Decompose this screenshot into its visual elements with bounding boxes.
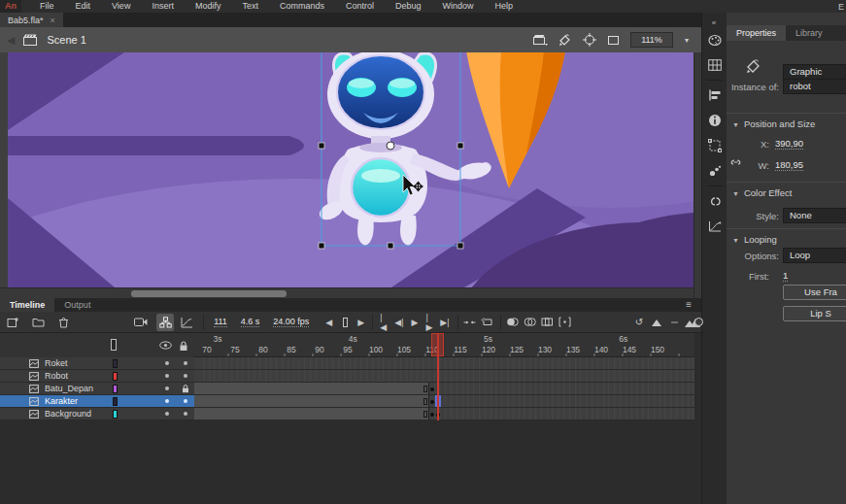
layer-unlock-dot[interactable] — [184, 374, 187, 378]
motion-editor-icon[interactable] — [702, 214, 728, 239]
layer-unlock-dot[interactable] — [184, 399, 187, 403]
playhead-center-icon[interactable] — [336, 314, 354, 331]
brush-library-icon[interactable] — [702, 158, 728, 184]
scene-name[interactable]: Scene 1 — [47, 34, 85, 46]
workspace-button[interactable]: E — [836, 2, 846, 12]
center-frame-icon[interactable] — [461, 314, 479, 331]
loop-playback-icon[interactable] — [479, 314, 496, 331]
layer-color-swatch[interactable] — [113, 410, 118, 419]
delete-layer-icon[interactable] — [54, 314, 72, 331]
step-back-icon[interactable]: ◀ — [321, 318, 336, 327]
tab-properties[interactable]: Properties — [727, 25, 786, 41]
menu-debug[interactable]: Debug — [385, 0, 432, 13]
align-icon[interactable] — [702, 83, 728, 108]
keyframe-dot[interactable] — [430, 400, 434, 404]
menu-control[interactable]: Control — [335, 0, 385, 13]
show-parenting-view-icon[interactable] — [156, 314, 174, 331]
layer-visible-dot[interactable] — [165, 412, 169, 416]
layer-visible-dot[interactable] — [165, 374, 169, 378]
stage-horizontal-scrollbar[interactable] — [0, 287, 694, 298]
menu-commands[interactable]: Commands — [269, 0, 335, 13]
layer-row-robot[interactable]: Robot — [0, 370, 194, 383]
show-layer-depth-icon[interactable] — [178, 314, 195, 331]
layer-visible-dot[interactable] — [165, 386, 169, 390]
layer-visible-dot[interactable] — [165, 361, 169, 365]
section-position-size[interactable]: ▼Position and Size — [732, 118, 815, 129]
tab-timeline[interactable]: Timeline — [0, 298, 54, 312]
swatches-icon[interactable] — [702, 52, 728, 78]
lock-all-layers-icon[interactable] — [179, 341, 188, 352]
lip-syncing-button[interactable]: Lip S — [783, 306, 846, 321]
style-dropdown[interactable]: None — [783, 208, 846, 223]
timeline-zoom-slider[interactable] — [671, 321, 678, 323]
clip-preview-icon[interactable] — [533, 33, 549, 47]
menu-file[interactable]: File — [29, 0, 65, 13]
instance-name-field[interactable]: robot — [783, 79, 846, 94]
transform-icon[interactable] — [702, 133, 728, 158]
slider-knob[interactable] — [694, 318, 703, 326]
zoom-out-frames-icon[interactable] — [648, 314, 665, 331]
first-frame-value[interactable]: 1 — [783, 270, 788, 282]
step-forward-icon[interactable]: ▶ — [354, 318, 368, 327]
stage-vertical-scrollbar[interactable] — [694, 52, 701, 298]
go-to-first-frame-icon[interactable]: |◀ — [376, 313, 390, 332]
menu-window[interactable]: Window — [432, 0, 485, 13]
layer-color-swatch[interactable] — [113, 372, 118, 381]
zoom-dropdown-chevron-icon[interactable]: ▾ — [682, 36, 692, 45]
new-layer-icon[interactable] — [4, 314, 21, 331]
current-frame-value[interactable]: 111 — [214, 317, 227, 327]
tab-output[interactable]: Output — [54, 298, 100, 312]
loop-dropdown[interactable]: Loop — [783, 248, 846, 263]
keyframe-dot[interactable] — [430, 413, 434, 417]
frames-track-batu_depan[interactable] — [194, 383, 694, 395]
zoom-level-field[interactable]: 111% — [630, 32, 673, 48]
onion-skin-outlines-icon[interactable] — [522, 314, 539, 331]
section-looping[interactable]: ▼Looping — [732, 234, 777, 245]
layer-row-background[interactable]: Background — [0, 408, 194, 420]
frames-track-background[interactable] — [194, 408, 694, 420]
layer-visible-dot[interactable] — [165, 399, 169, 403]
color-icon[interactable] — [702, 27, 728, 52]
stage-canvas[interactable] — [0, 52, 694, 287]
modify-markers-icon[interactable] — [557, 314, 574, 331]
menu-view[interactable]: View — [101, 0, 141, 13]
use-frame-picker-button[interactable]: Use Fra — [783, 285, 846, 300]
x-value[interactable]: 390,90 — [775, 138, 803, 150]
back-icon[interactable]: ◀ — [7, 34, 15, 47]
onion-skin-icon[interactable] — [504, 314, 522, 331]
frames-track-karakter[interactable] — [194, 395, 694, 408]
frames-track-robot[interactable] — [194, 370, 694, 383]
menu-insert[interactable]: Insert — [141, 0, 185, 13]
layer-color-swatch[interactable] — [113, 397, 118, 406]
camera-icon[interactable] — [132, 314, 150, 331]
symbol-type-dropdown[interactable]: Graphic — [783, 64, 846, 80]
menu-modify[interactable]: Modify — [185, 0, 232, 13]
document-tab[interactable]: Bab5.fla* × — [0, 13, 63, 27]
center-stage-icon[interactable] — [582, 33, 597, 47]
menu-edit[interactable]: Edit — [65, 0, 102, 13]
elapsed-time-value[interactable]: 4.6 s — [241, 317, 260, 327]
keyframe-dot[interactable] — [430, 387, 434, 391]
timeline-ruler[interactable]: 3s4s5s6s70758085909510010511011512012513… — [194, 333, 694, 357]
layer-lock-icon[interactable] — [182, 385, 189, 393]
frame-rate-value[interactable]: 24.00 fps — [273, 317, 309, 327]
play-icon[interactable]: ▶ — [408, 318, 423, 327]
cc-libraries-icon[interactable] — [702, 188, 728, 214]
menu-text[interactable]: Text — [231, 0, 269, 13]
layer-row-batu_depan[interactable]: Batu_Depan — [0, 383, 194, 395]
info-icon[interactable] — [702, 108, 728, 133]
playhead-marker[interactable] — [431, 333, 444, 356]
clip-bounds-icon[interactable] — [606, 33, 622, 47]
layer-color-swatch[interactable] — [113, 385, 118, 393]
panel-menu-icon[interactable]: ≡ — [686, 298, 692, 312]
layer-color-swatch[interactable] — [113, 359, 118, 368]
collapse-panels-icon[interactable]: « — [702, 13, 727, 27]
show-hide-all-layers-icon[interactable] — [159, 341, 172, 350]
frames-track-roket[interactable] — [194, 357, 694, 370]
section-color-effect[interactable]: ▼Color Effect — [732, 187, 792, 198]
menu-help[interactable]: Help — [485, 0, 525, 13]
layer-row-roket[interactable]: Roket — [0, 357, 194, 370]
layer-unlock-dot[interactable] — [184, 412, 187, 416]
step-back-one-frame-icon[interactable]: ◀| — [390, 318, 407, 327]
tab-library[interactable]: Library — [786, 25, 832, 41]
